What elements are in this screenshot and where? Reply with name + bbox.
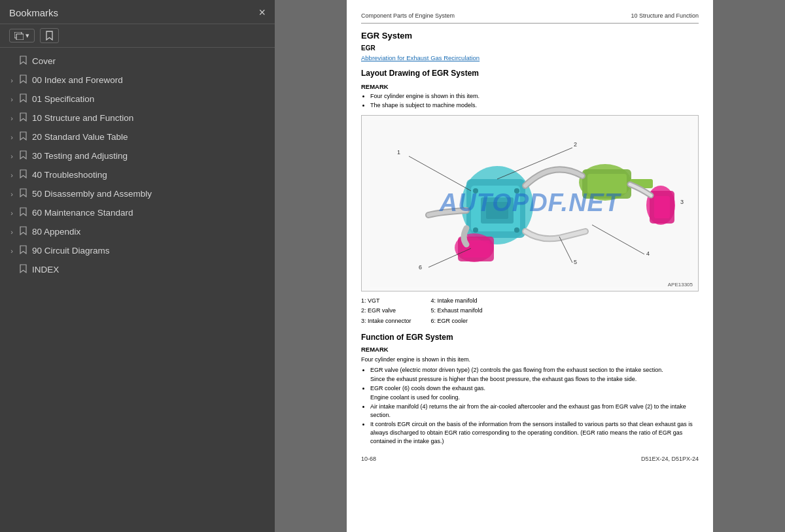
svg-point-7 [473, 188, 478, 193]
svg-point-10 [514, 227, 519, 233]
function-bullet-2: EGR cooler (6) cools down the exhaust ga… [370, 384, 699, 402]
svg-text:5: 5 [574, 259, 577, 265]
egr-description: Abbreviation for Exhaust Gas Recirculati… [361, 54, 699, 63]
footer-right: D51EX-24, D51PX-24 [641, 455, 699, 463]
svg-rect-1 [16, 34, 24, 40]
caption-6: 6: EGR cooler [431, 317, 483, 325]
header-left: Component Parts of Engine System [361, 12, 455, 20]
remark-label: REMARK [361, 82, 699, 91]
bookmark-item-structure-function[interactable]: ›10 Structure and Function [0, 108, 275, 127]
svg-point-9 [473, 227, 478, 233]
bookmark-label-testing-adjusting: 30 Testing and Adjusting [32, 151, 128, 161]
svg-text:1: 1 [397, 149, 400, 156]
bookmark-label-circuit-diagrams: 90 Circuit Diagrams [32, 246, 110, 256]
main-content-area: Component Parts of Engine System 10 Stru… [275, 0, 785, 532]
bookmark-icon-disassembly-assembly [20, 188, 27, 199]
diagram-code: APE13305 [668, 281, 693, 289]
expand-arrow-disassembly-assembly[interactable]: › [7, 190, 17, 198]
sidebar-toolbar: ▾ ▾ [0, 24, 275, 48]
bookmark-icon-index-foreword [20, 75, 27, 86]
bookmark-item-appendix[interactable]: ›80 Appendix [0, 222, 275, 241]
bookmark-label-troubleshooting: 40 Troubleshooting [32, 170, 107, 180]
egr-label: EGR [361, 44, 699, 54]
diagram-inner: AUTOPDF.NET [362, 116, 698, 291]
bookmark-icon-appendix [20, 226, 27, 237]
svg-text:2: 2 [574, 141, 577, 148]
svg-text:6: 6 [419, 264, 422, 271]
footer-left: 10-68 [361, 455, 376, 463]
svg-text:4: 4 [646, 250, 650, 257]
caption-row: 1: VGT 2: EGR valve 3: Intake connector … [361, 297, 699, 325]
bookmark-item-index-foreword[interactable]: ›00 Index and Foreword [0, 71, 275, 90]
svg-rect-15 [587, 174, 627, 193]
egr-system-title: EGR System [361, 30, 699, 42]
bookmark-icon-structure-function [20, 112, 27, 124]
bookmark-item-testing-adjusting[interactable]: ›30 Testing and Adjusting [0, 146, 275, 165]
bookmark-icon-maintenance-standard [20, 207, 27, 218]
caption-3: 3: Intake connector [361, 317, 411, 325]
page-header: Component Parts of Engine System 10 Stru… [361, 12, 699, 24]
bookmark-label-maintenance-standard: 60 Maintenance Standard [32, 208, 133, 218]
caption-5: 5: Exhaust manifold [431, 307, 483, 315]
bookmark-item-standard-value[interactable]: ›20 Standard Value Table [0, 127, 275, 146]
bookmark-label-appendix: 80 Appendix [32, 227, 80, 237]
caption-left: 1: VGT 2: EGR valve 3: Intake connector [361, 297, 411, 325]
bookmark-list: Cover›00 Index and Foreword›01 Specifica… [0, 48, 275, 532]
svg-rect-12 [486, 202, 508, 219]
function-remark-text: Four cylinder engine is shown in this it… [361, 356, 699, 364]
bookmark-icon-testing-adjusting [20, 150, 27, 161]
sidebar: Bookmarks × ▾ ▾ Cover›00 Index and Forew… [0, 0, 275, 532]
bookmark-item-index[interactable]: INDEX [0, 260, 275, 279]
expand-arrow-troubleshooting[interactable]: › [7, 171, 17, 179]
egr-diagram-box: AUTOPDF.NET [361, 115, 699, 291]
caption-right: 4: Intake manifold 5: Exhaust manifold 6… [431, 297, 483, 325]
expand-arrow-circuit-diagrams[interactable]: › [7, 247, 17, 255]
bookmark-label-standard-value: 20 Standard Value Table [32, 132, 128, 142]
expand-icon: ▾ [14, 32, 24, 40]
sidebar-header: Bookmarks × [0, 0, 275, 24]
bookmark-manage-button[interactable] [40, 28, 59, 43]
function-bullet-3: Air intake manifold (4) returns the air … [370, 403, 699, 420]
page-footer: 10-68 D51EX-24, D51PX-24 [361, 455, 699, 463]
bookmark-label-disassembly-assembly: 50 Disassembly and Assembly [32, 189, 152, 199]
function-heading: Function of EGR System [361, 332, 699, 343]
svg-point-8 [514, 188, 519, 193]
sidebar-title: Bookmarks [9, 7, 58, 18]
bookmark-icon-troubleshooting [20, 169, 27, 180]
caption-1: 1: VGT [361, 297, 411, 305]
bookmark-manage-icon [45, 31, 54, 41]
bookmark-label-index: INDEX [32, 265, 59, 274]
svg-text:3: 3 [680, 199, 684, 205]
bookmark-icon-specification [20, 93, 27, 105]
remark-bullet-2: The shape is subject to machine models. [370, 101, 699, 110]
expand-arrow-specification[interactable]: › [7, 95, 17, 103]
remark-bullet-1: Four cylinder engine is shown in this it… [370, 92, 699, 101]
bookmark-label-index-foreword: 00 Index and Foreword [32, 75, 123, 85]
expand-arrow-appendix[interactable]: › [7, 228, 17, 236]
expand-arrow-index-foreword[interactable]: › [7, 76, 17, 84]
bookmark-item-troubleshooting[interactable]: ›40 Troubleshooting [0, 165, 275, 184]
bookmark-icon-index [20, 264, 27, 275]
function-bullet-1: EGR valve (electric motor driven type) (… [370, 366, 699, 384]
function-remark-label: REMARK [361, 345, 699, 354]
expand-arrow-structure-function[interactable]: › [7, 114, 17, 122]
layout-heading: Layout Drawing of EGR System [361, 68, 699, 79]
expand-all-button[interactable]: ▾ ▾ [9, 29, 35, 42]
bookmark-item-circuit-diagrams[interactable]: ›90 Circuit Diagrams [0, 241, 275, 260]
bookmark-item-disassembly-assembly[interactable]: ›50 Disassembly and Assembly [0, 184, 275, 203]
header-right: 10 Structure and Function [631, 12, 699, 20]
bookmark-label-specification: 01 Specification [32, 94, 94, 104]
expand-arrow-standard-value[interactable]: › [7, 133, 17, 141]
caption-2: 2: EGR valve [361, 307, 411, 315]
bookmark-icon-cover [20, 56, 27, 67]
bookmark-item-maintenance-standard[interactable]: ›60 Maintenance Standard [0, 203, 275, 222]
bookmark-item-specification[interactable]: ›01 Specification [0, 90, 275, 108]
close-button[interactable]: × [258, 7, 266, 18]
bookmark-icon-standard-value [20, 131, 27, 142]
expand-label: ▾ [26, 31, 29, 40]
expand-arrow-maintenance-standard[interactable]: › [7, 209, 17, 217]
egr-diagram-svg: 3 [370, 120, 690, 287]
function-bullets: EGR valve (electric motor driven type) (… [370, 366, 699, 446]
expand-arrow-testing-adjusting[interactable]: › [7, 152, 17, 160]
bookmark-item-cover[interactable]: Cover [0, 52, 275, 71]
